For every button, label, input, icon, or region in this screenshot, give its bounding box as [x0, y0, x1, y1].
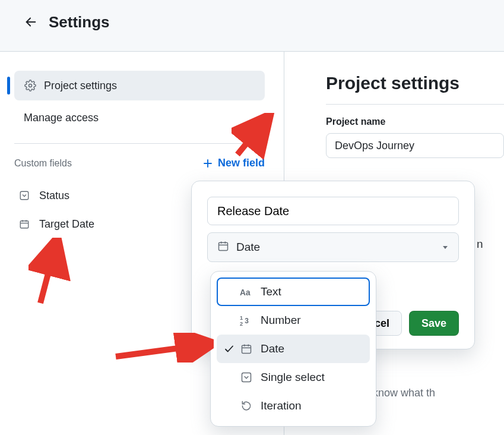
caret-down-icon	[442, 241, 449, 254]
divider	[14, 143, 265, 144]
iteration-icon	[239, 400, 253, 412]
svg-rect-5	[20, 221, 28, 228]
svg-rect-4	[20, 191, 28, 200]
selected-type-label: Date	[236, 241, 260, 254]
check-icon	[223, 343, 236, 354]
field-type-select[interactable]: Date	[207, 232, 459, 262]
type-option-label: Number	[261, 314, 301, 327]
calendar-icon	[239, 343, 253, 355]
new-field-button[interactable]: New field	[202, 157, 265, 169]
divider	[326, 104, 504, 105]
truncated-text: n	[477, 238, 483, 251]
type-option-single-select[interactable]: Single select	[217, 363, 370, 392]
svg-text:Aa: Aa	[240, 288, 251, 297]
single-select-icon	[19, 190, 31, 201]
type-option-label: Iteration	[261, 399, 302, 412]
custom-field-label: Target Date	[39, 218, 94, 231]
type-option-text[interactable]: Aa Text	[217, 278, 370, 306]
svg-text:3: 3	[245, 317, 249, 325]
sidebar-item-manage-access[interactable]: Manage access	[14, 103, 265, 133]
page-title: Settings	[49, 13, 110, 31]
svg-rect-22	[242, 373, 251, 382]
svg-rect-9	[219, 242, 228, 250]
custom-fields-heading: Custom fields	[14, 158, 72, 169]
text-aa-icon: Aa	[239, 285, 253, 298]
content-heading: Project settings	[326, 73, 504, 93]
type-option-label: Single select	[261, 371, 325, 384]
project-name-input[interactable]	[326, 133, 504, 158]
svg-rect-18	[242, 345, 251, 353]
calendar-icon	[19, 218, 31, 230]
new-field-label: New field	[218, 157, 265, 169]
gear-icon	[24, 79, 37, 92]
plus-icon	[202, 158, 213, 169]
sidebar-item-label: Manage access	[24, 112, 99, 124]
type-option-label: Date	[261, 342, 284, 355]
svg-marker-13	[443, 246, 448, 249]
field-name-input[interactable]	[207, 197, 459, 225]
project-name-label: Project name	[326, 116, 504, 127]
sidebar-item-label: Project settings	[44, 80, 117, 92]
type-option-label: Text	[261, 285, 281, 298]
sidebar-item-project-settings[interactable]: Project settings	[14, 71, 265, 100]
svg-text:2: 2	[240, 321, 243, 327]
type-option-number[interactable]: 123 Number	[217, 306, 370, 335]
back-arrow-icon[interactable]	[24, 15, 38, 29]
custom-field-label: Status	[39, 190, 69, 202]
single-select-icon	[239, 371, 253, 383]
type-option-iteration[interactable]: Iteration	[217, 392, 370, 420]
calendar-icon	[217, 240, 229, 255]
save-button[interactable]: Save	[409, 311, 459, 336]
svg-text:1: 1	[240, 315, 243, 321]
type-option-date[interactable]: Date	[217, 335, 370, 363]
svg-point-1	[29, 84, 32, 87]
number-123-icon: 123	[239, 314, 253, 327]
field-type-dropdown: Aa Text 123 Number Date Single select It…	[210, 271, 376, 427]
